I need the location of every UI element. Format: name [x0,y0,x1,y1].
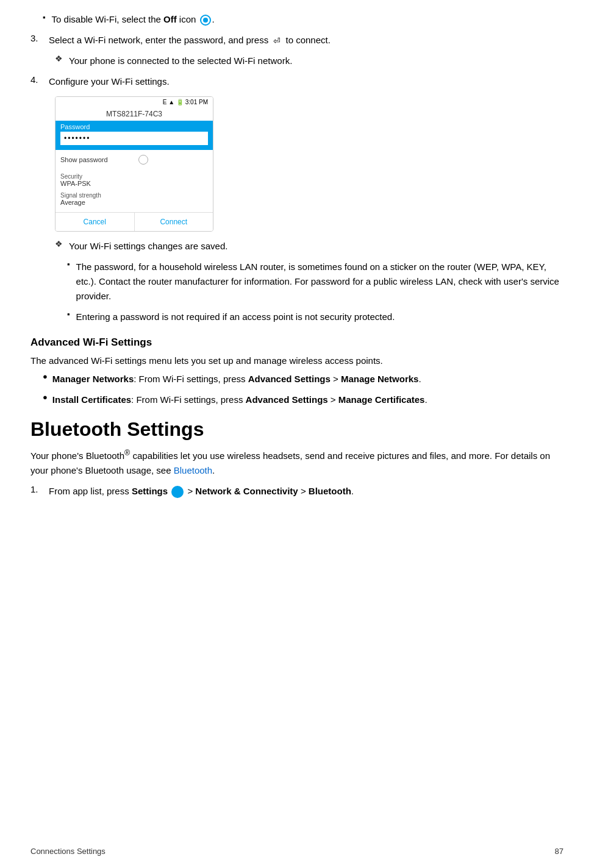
advanced-wifi-heading: Advanced Wi-Fi Settings [30,336,564,349]
footer-left: Connections Settings [30,847,106,856]
sub-bullet-2: ▪ Entering a password is not required if… [30,310,564,324]
phone-status-text: E ▲ 🔋 3:01 PM [163,99,208,105]
step-3: 3. Select a Wi-Fi network, enter the pas… [30,33,564,48]
advanced-bullet-icon-2: ● [43,393,48,402]
phone-security-value: WPA-PSK [60,180,208,187]
phone-password-input[interactable]: ••••••• [60,132,208,145]
bluetooth-link[interactable]: Bluetooth [174,465,212,475]
footer: Connections Settings 87 [30,847,564,856]
bullet-disable-wifi-text: To disable Wi-Fi, select the Off icon . [52,12,215,27]
settings-icon [171,486,184,498]
diamond-icon: ❖ [55,54,63,63]
diamond-2: ❖ Your Wi-Fi settings changes are saved. [30,239,564,254]
bullet-disable-wifi: ▪ To disable Wi-Fi, select the Off icon … [30,12,564,27]
bullet-icon: ▪ [43,13,46,22]
advanced-intro-text: The advanced Wi-Fi settings menu lets yo… [30,354,564,368]
phone-show-password-checkbox[interactable] [138,155,148,165]
phone-password-label: Password [60,123,208,130]
phone-security-section: Security WPA-PSK [55,169,213,191]
advanced-bullet-2-text: Install Certificates: From Wi-Fi setting… [52,393,428,407]
phone-status-bar: E ▲ 🔋 3:01 PM [55,97,213,107]
sub-bullet-1: ▪ The password, for a household wireless… [30,260,564,304]
off-icon [200,15,211,26]
step-3-text: Select a Wi-Fi network, enter the passwo… [49,33,331,48]
footer-right: 87 [555,847,564,856]
advanced-bullet-1-text: Manager Networks: From Wi-Fi settings, p… [52,372,421,386]
step-3-number: 3. [30,33,49,43]
sub-bullet-2-text: Entering a password is not required if a… [76,310,395,324]
phone-cancel-button[interactable]: Cancel [55,213,135,231]
bluetooth-sup: ® [124,449,130,457]
phone-security-label: Security [60,173,208,180]
phone-signal-value: Average [60,199,208,206]
bluetooth-intro-text: Your phone's Bluetooth® capabilities let… [30,447,564,478]
bt-step-1-text: From app list, press Settings > Network … [49,484,354,499]
phone-show-password-row: Show password [55,150,213,169]
sub-bullet-icon-2: ▪ [67,310,70,319]
diamond-2-text: Your Wi-Fi settings changes are saved. [69,239,227,254]
bt-step-1: 1. From app list, press Settings > Netwo… [30,484,564,499]
advanced-bullet-icon-1: ● [43,372,48,381]
advanced-bullet-1: ● Manager Networks: From Wi-Fi settings,… [30,372,564,386]
diamond-1-text: Your phone is connected to the selected … [69,54,292,68]
phone-connect-button[interactable]: Connect [135,213,213,231]
bluetooth-heading: Bluetooth Settings [30,418,564,441]
phone-screen-mockup: E ▲ 🔋 3:01 PM MTS8211F-74C3 Password •••… [55,96,213,232]
phone-signal-section: Signal strength Average [55,191,213,210]
step-4-number: 4. [30,74,49,85]
diamond-1: ❖ Your phone is connected to the selecte… [30,54,564,68]
return-icon: ⏎ [273,34,281,48]
diamond-icon-2: ❖ [55,239,63,249]
bt-step-1-number: 1. [30,484,49,494]
phone-network-name: MTS8211F-74C3 [55,107,213,121]
sub-bullet-1-text: The password, for a household wireless L… [76,260,564,304]
phone-signal-label: Signal strength [60,192,208,199]
step-4-text: Configure your Wi-Fi settings. [49,74,170,89]
sub-bullet-icon-1: ▪ [67,260,70,269]
phone-action-buttons: Cancel Connect [55,212,213,231]
phone-show-password-label: Show password [60,156,108,163]
advanced-bullet-2: ● Install Certificates: From Wi-Fi setti… [30,393,564,407]
step-4: 4. Configure your Wi-Fi settings. [30,74,564,89]
phone-password-section: Password ••••••• [55,121,213,150]
